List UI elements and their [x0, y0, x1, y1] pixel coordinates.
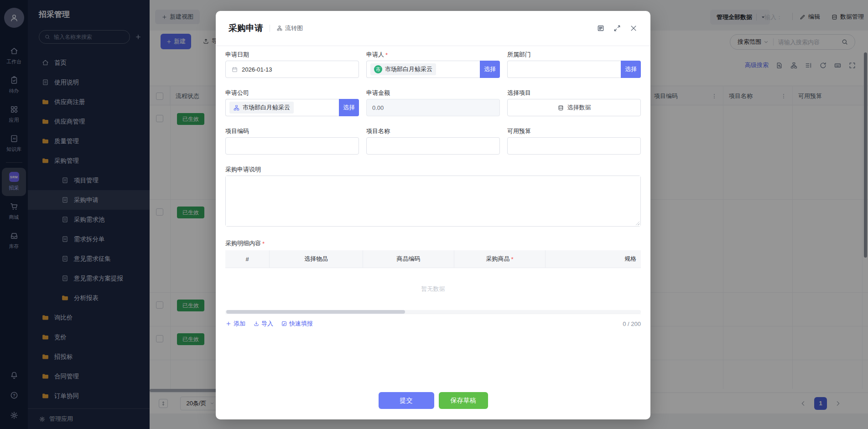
detail-table: # 选择物品 商品编码 采购商品* 规格 暂无数据: [225, 250, 641, 314]
edit-square-icon: [281, 320, 287, 327]
required-star: *: [385, 52, 388, 58]
application-window: 工作台待办应用AI知识库SRM招采商城库存 ? 招采管理 首页使用说明供应商注册…: [0, 0, 868, 429]
field-label: 申请公司: [225, 89, 249, 97]
field-select-project: 选择项目 选择数据: [507, 78, 641, 116]
select-project-button[interactable]: 选择数据: [507, 99, 641, 116]
detail-column-item-code: 商品编码: [363, 250, 454, 268]
field-label: 所属部门: [507, 51, 531, 59]
calendar-icon: [231, 66, 238, 73]
select-project-label: 选择数据: [567, 103, 591, 112]
field-label: 申请人: [366, 51, 384, 59]
detail-label: 采购明细内容: [225, 239, 261, 248]
field-available-budget: 可用预算: [507, 116, 641, 155]
form-row-3: 项目编码 项目名称 可用预算: [216, 116, 650, 155]
field-label: 项目名称: [366, 127, 390, 135]
detail-table-header: # 选择物品 商品编码 采购商品* 规格: [225, 250, 641, 268]
close-icon[interactable]: [629, 24, 638, 32]
field-apply-company: 申请公司 市场部白月鲸采云 选择: [225, 78, 359, 116]
field-department: 所属部门 选择: [507, 46, 641, 78]
description-block: 采购申请说明: [216, 165, 650, 227]
applicant-select-button[interactable]: 选择: [480, 61, 500, 78]
field-label: 可用预算: [507, 127, 531, 135]
description-textarea-wrap: [225, 176, 641, 227]
flow-chart-link[interactable]: 流转图: [276, 24, 303, 32]
applicant-tag-label: 市场部白月鲸采云: [385, 65, 432, 73]
record-log-icon[interactable]: [597, 24, 605, 32]
detail-scrollbar: [225, 310, 641, 314]
field-label: 采购申请说明: [225, 165, 261, 174]
description-textarea[interactable]: [226, 176, 640, 226]
apply-amount-value: 0.00: [372, 104, 384, 111]
quick-fill-button[interactable]: 快速填报: [281, 320, 313, 328]
detail-column-select-item: 选择物品: [270, 250, 363, 268]
purchase-request-modal: 采购申请 流转图 申请日期 2026-01-13 申请人*: [216, 11, 650, 419]
detail-column-spec: 规格: [546, 250, 641, 268]
detail-column-index: #: [225, 250, 270, 268]
add-row-button[interactable]: 添加: [225, 320, 245, 328]
data-select-icon: [557, 104, 564, 111]
project-code-input[interactable]: [225, 137, 359, 155]
form-row-2: 申请公司 市场部白月鲸采云 选择 申请金额 0.00 选择项目: [216, 78, 650, 116]
apply-company-select-button[interactable]: 选择: [339, 99, 359, 116]
field-apply-amount: 申请金额 0.00: [366, 78, 500, 116]
detail-scrollbar-thumb[interactable]: [226, 310, 405, 314]
apply-date-value: 2026-01-13: [242, 66, 272, 73]
field-label: 申请日期: [225, 51, 249, 59]
sitemap-icon: [276, 25, 283, 31]
project-name-field[interactable]: [372, 143, 494, 150]
field-apply-date: 申请日期 2026-01-13: [225, 46, 359, 78]
applicant-tag[interactable]: 市 市场部白月鲸采云: [370, 63, 436, 75]
applicant-input[interactable]: 市 市场部白月鲸采云: [366, 61, 480, 78]
field-applicant: 申请人* 市 市场部白月鲸采云 选择: [366, 46, 500, 78]
detail-column-purchase-item: 采购商品*: [454, 250, 546, 268]
apply-company-tag[interactable]: 市场部白月鲸采云: [229, 102, 294, 114]
form-row-1: 申请日期 2026-01-13 申请人* 市 市场部白月鲸采云 选择: [216, 46, 650, 78]
plus-icon: [225, 320, 232, 327]
modal-footer: 提交 保存草稿: [216, 392, 650, 409]
field-project-name: 项目名称: [366, 116, 500, 155]
required-star: *: [511, 256, 513, 263]
divider: [270, 25, 270, 32]
detail-actions: 添加 导入 快速填报 0 / 200: [225, 320, 641, 328]
field-label: 申请金额: [366, 89, 390, 97]
apply-company-input[interactable]: 市场部白月鲸采云: [225, 99, 339, 116]
available-budget-input[interactable]: [507, 137, 641, 155]
org-avatar: 市: [374, 65, 382, 73]
project-name-input[interactable]: [366, 137, 500, 155]
submit-button[interactable]: 提交: [379, 392, 434, 409]
apply-amount-input: 0.00: [366, 99, 500, 116]
field-label: 选择项目: [507, 89, 531, 97]
apply-date-input[interactable]: 2026-01-13: [225, 61, 359, 78]
apply-company-tag-label: 市场部白月鲸采云: [243, 103, 290, 112]
row-counter: 0 / 200: [623, 320, 641, 327]
org-icon: [233, 104, 240, 111]
field-label: 项目编码: [225, 127, 249, 135]
download-icon: [253, 320, 260, 327]
flow-chart-label: 流转图: [285, 24, 303, 32]
modal-header: 采购申请 流转图: [216, 11, 650, 46]
detail-empty-state: 暂无数据: [225, 268, 641, 310]
expand-icon[interactable]: [613, 24, 621, 32]
modal-title: 采购申请: [229, 22, 263, 34]
save-draft-button[interactable]: 保存草稿: [439, 392, 488, 409]
department-input[interactable]: [507, 61, 621, 78]
import-rows-button[interactable]: 导入: [253, 320, 273, 328]
detail-block: 采购明细内容* # 选择物品 商品编码 采购商品* 规格 暂无数据 添加 导入 …: [216, 239, 650, 328]
available-budget-field[interactable]: [513, 143, 635, 150]
project-code-field[interactable]: [231, 143, 353, 150]
required-star: *: [262, 240, 265, 247]
field-project-code: 项目编码: [225, 116, 359, 155]
department-select-button[interactable]: 选择: [621, 61, 641, 78]
modal-tools: [597, 24, 638, 32]
